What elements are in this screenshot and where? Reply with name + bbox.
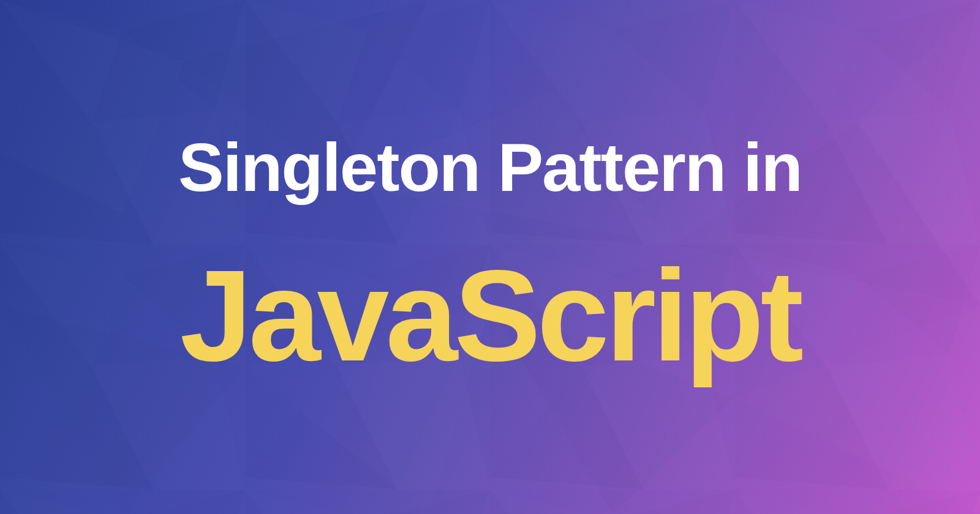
hero-banner: Singleton Pattern in JavaScript (0, 0, 980, 514)
hero-title-line-two: JavaScript (180, 251, 800, 381)
svg-marker-13 (858, 0, 980, 306)
svg-marker-9 (0, 0, 184, 214)
hero-title-line-one: Singleton Pattern in (178, 133, 802, 202)
hero-text-group: Singleton Pattern in JavaScript (178, 133, 802, 381)
